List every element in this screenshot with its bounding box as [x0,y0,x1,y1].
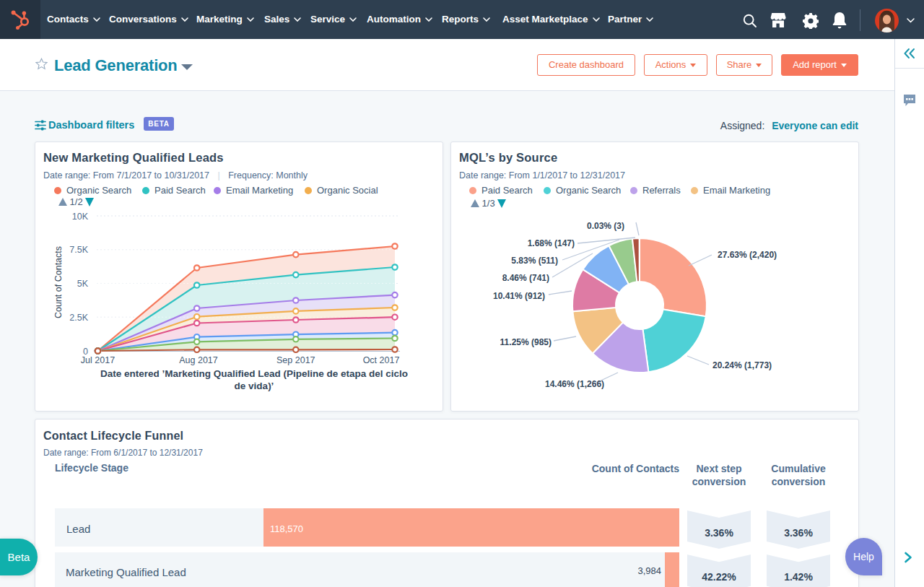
svg-text:27.63% (2,420): 27.63% (2,420) [718,250,777,260]
svg-text:10.41% (912): 10.41% (912) [493,291,545,301]
svg-text:5K: 5K [77,279,89,289]
svg-text:11.25% (985): 11.25% (985) [500,337,552,347]
svg-text:5.83% (511): 5.83% (511) [511,256,558,266]
svg-text:Oct 2017: Oct 2017 [363,355,400,365]
svg-text:0.03% (3): 0.03% (3) [587,221,624,231]
svg-text:7.5K: 7.5K [69,245,88,255]
svg-text:10K: 10K [72,212,89,222]
svg-text:Aug 2017: Aug 2017 [179,355,218,365]
svg-text:de vida)’: de vida)’ [235,381,274,391]
svg-text:Jul 2017: Jul 2017 [81,355,115,365]
svg-text:2.5K: 2.5K [69,313,88,323]
svg-text:Count of Contacts: Count of Contacts [53,246,64,318]
svg-text:Sep 2017: Sep 2017 [276,355,315,365]
svg-text:1.68% (147): 1.68% (147) [528,238,575,248]
svg-text:20.24% (1,773): 20.24% (1,773) [712,360,772,370]
svg-text:Date entered ’Marketing Qualif: Date entered ’Marketing Qualified Lead (… [100,368,408,379]
svg-text:14.46% (1,266): 14.46% (1,266) [545,379,604,389]
svg-text:8.46% (741): 8.46% (741) [502,273,549,283]
